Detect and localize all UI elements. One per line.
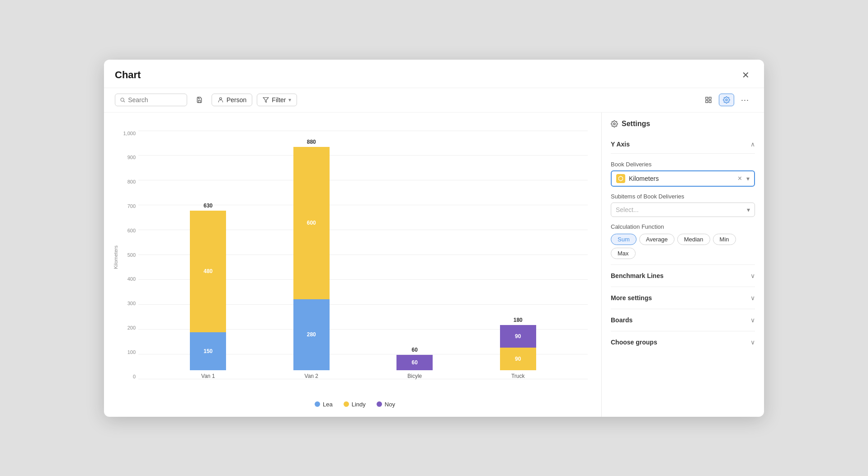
modal-title: Chart bbox=[115, 69, 141, 81]
more-settings-section: More settings ∨ bbox=[611, 287, 755, 309]
svg-rect-4 bbox=[706, 97, 708, 99]
more-icon: ··· bbox=[741, 95, 749, 105]
calc-sum-button[interactable]: Sum bbox=[611, 234, 637, 245]
bar-segment-noy-truck: 90 bbox=[500, 325, 536, 348]
stacked-bar-truck: 90 90 bbox=[500, 325, 536, 370]
y-tick: 900 bbox=[120, 155, 138, 160]
bar-segment-lindy-van2: 600 bbox=[293, 147, 330, 299]
benchmark-chevron-icon: ∨ bbox=[750, 272, 755, 279]
more-settings-chevron-icon: ∨ bbox=[750, 294, 755, 302]
bar-segment-lea-van2: 280 bbox=[293, 299, 330, 370]
x-label-truck: Truck bbox=[500, 373, 536, 379]
save-button[interactable] bbox=[192, 94, 207, 106]
clear-kilometers-button[interactable]: × bbox=[737, 174, 743, 183]
kilometers-value: Kilometers bbox=[629, 175, 733, 182]
filter-label: Filter bbox=[272, 96, 286, 104]
y-tick: 200 bbox=[120, 325, 138, 330]
search-box[interactable] bbox=[115, 94, 187, 106]
benchmark-title: Benchmark Lines bbox=[611, 272, 664, 279]
more-button[interactable]: ··· bbox=[737, 93, 753, 108]
kilometers-icon bbox=[616, 174, 625, 183]
subitems-placeholder: Select... bbox=[616, 206, 743, 213]
filter-arrow-icon: ▾ bbox=[288, 97, 291, 103]
y-tick: 500 bbox=[120, 252, 138, 258]
stacked-bar-bicyle: 60 bbox=[396, 355, 433, 370]
search-input[interactable] bbox=[128, 96, 182, 104]
layout-button[interactable] bbox=[701, 94, 716, 106]
svg-point-9 bbox=[613, 123, 615, 125]
legend-label-lea: Lea bbox=[323, 401, 333, 408]
y-axis-header[interactable]: Y Axis ∧ bbox=[611, 141, 755, 148]
legend-label-noy: Noy bbox=[385, 401, 395, 408]
calc-min-button[interactable]: Min bbox=[713, 234, 736, 245]
bar-group-van2: 880 280 600 Van 2 bbox=[293, 139, 330, 379]
settings-panel: Settings Y Axis ∧ Book Deliveries Kilome… bbox=[601, 113, 764, 417]
y-tick: 800 bbox=[120, 179, 138, 184]
benchmark-section: Benchmark Lines ∨ bbox=[611, 264, 755, 287]
modal-header: Chart ✕ bbox=[104, 60, 764, 88]
svg-rect-7 bbox=[709, 100, 711, 103]
bar-segment-noy-bicyle: 60 bbox=[396, 355, 433, 370]
legend-label-lindy: Lindy bbox=[352, 401, 366, 408]
more-settings-header[interactable]: More settings ∨ bbox=[611, 292, 755, 303]
bar-total-bicyle: 60 bbox=[412, 347, 418, 353]
y-tick: 600 bbox=[120, 228, 138, 233]
toolbar-right: ··· bbox=[701, 93, 753, 108]
y-axis-label: Kilometers bbox=[113, 122, 118, 393]
toolbar: Person Filter ▾ ··· bbox=[104, 88, 764, 113]
search-icon bbox=[120, 97, 125, 103]
close-button[interactable]: ✕ bbox=[738, 68, 753, 82]
person-button[interactable]: Person bbox=[212, 94, 252, 106]
bars-wrapper: 630 150 480 Van 1 880 bbox=[138, 131, 588, 379]
bar-segment-lea-van1: 150 bbox=[190, 332, 226, 370]
y-tick: 1,000 bbox=[120, 131, 138, 136]
svg-point-2 bbox=[220, 98, 222, 100]
bar-total-van1: 630 bbox=[203, 203, 212, 209]
filter-button[interactable]: Filter ▾ bbox=[257, 94, 297, 106]
legend-item-lea: Lea bbox=[315, 401, 333, 408]
bar-total-van2: 880 bbox=[307, 139, 316, 145]
svg-point-8 bbox=[726, 99, 727, 101]
legend-dot-noy bbox=[377, 401, 382, 407]
person-label: Person bbox=[226, 96, 246, 104]
kilometers-select[interactable]: Kilometers × ▾ bbox=[611, 170, 755, 187]
boards-header[interactable]: Boards ∨ bbox=[611, 315, 755, 325]
y-tick: 300 bbox=[120, 301, 138, 306]
calc-title: Calculation Function bbox=[611, 223, 755, 230]
bar-group-bicyle: 60 60 Bicyle bbox=[396, 347, 433, 379]
choose-groups-title: Choose groups bbox=[611, 339, 657, 346]
bar-group-van1: 630 150 480 Van 1 bbox=[190, 203, 226, 379]
calc-average-button[interactable]: Average bbox=[639, 234, 675, 245]
bar-group-truck: 180 90 90 Truck bbox=[500, 317, 536, 379]
y-axis-title: Y Axis bbox=[611, 141, 630, 148]
chart-area: Kilometers 0 100 200 300 400 500 600 700… bbox=[104, 113, 601, 417]
subitems-select[interactable]: Select... ▾ bbox=[611, 203, 755, 217]
x-label-van2: Van 2 bbox=[293, 373, 330, 379]
calc-max-button[interactable]: Max bbox=[611, 248, 636, 259]
main-content: Kilometers 0 100 200 300 400 500 600 700… bbox=[104, 113, 764, 417]
benchmark-header[interactable]: Benchmark Lines ∨ bbox=[611, 270, 755, 281]
svg-rect-5 bbox=[709, 97, 711, 99]
svg-rect-6 bbox=[706, 100, 708, 103]
settings-title: Settings bbox=[622, 120, 650, 128]
y-tick: 700 bbox=[120, 203, 138, 209]
x-label-van1: Van 1 bbox=[190, 373, 226, 379]
boards-title: Boards bbox=[611, 316, 632, 324]
settings-button[interactable] bbox=[719, 94, 734, 106]
person-icon bbox=[217, 97, 224, 103]
y-axis-ticks: 0 100 200 300 400 500 600 700 800 900 1,… bbox=[120, 122, 138, 393]
chart-modal: Chart ✕ Person Filter ▾ bbox=[104, 60, 764, 417]
y-axis-section: Y Axis ∧ Book Deliveries Kilometers × ▾ … bbox=[611, 135, 755, 264]
svg-marker-3 bbox=[264, 98, 269, 103]
chevron-up-icon: ∧ bbox=[750, 141, 755, 148]
settings-panel-icon bbox=[611, 120, 618, 127]
settings-icon bbox=[723, 96, 730, 104]
stacked-bar-van2: 280 600 bbox=[293, 147, 330, 370]
bar-total-truck: 180 bbox=[514, 317, 523, 323]
calc-section: Calculation Function Sum Average Median … bbox=[611, 223, 755, 259]
choose-groups-header[interactable]: Choose groups ∨ bbox=[611, 337, 755, 348]
svg-point-0 bbox=[121, 98, 124, 101]
svg-line-1 bbox=[123, 101, 125, 102]
calc-median-button[interactable]: Median bbox=[677, 234, 710, 245]
legend-item-noy: Noy bbox=[377, 401, 395, 408]
